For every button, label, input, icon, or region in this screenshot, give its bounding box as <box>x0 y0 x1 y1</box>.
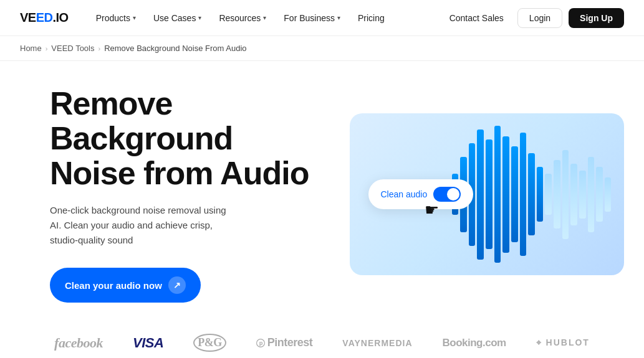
clean-audio-toggle: Clean audio <box>368 179 474 209</box>
nav-actions: Contact Sales Login Sign Up <box>442 8 624 28</box>
wave-bar <box>562 150 569 239</box>
nav-products[interactable]: Products ▾ <box>89 9 143 27</box>
login-button[interactable]: Login <box>517 8 562 28</box>
signup-button[interactable]: Sign Up <box>569 8 624 28</box>
hublot-logo: ⌖ HUBLOT <box>536 337 590 348</box>
logo[interactable]: VEED.IO <box>20 11 69 25</box>
wave-bar <box>520 133 527 256</box>
pg-logo: P&G <box>193 334 226 352</box>
breadcrumb-separator: › <box>99 45 101 52</box>
facebook-logo: facebook <box>54 335 103 351</box>
breadcrumb: Home › VEED Tools › Remove Background No… <box>0 36 644 61</box>
logos-bar: facebook VISA P&G p Pinterest VAYNERMEDI… <box>0 321 644 358</box>
cta-button[interactable]: Clean your audio now ↗ <box>50 268 201 303</box>
hero-right: Clean audio ☛ <box>349 113 624 275</box>
breadcrumb-home[interactable]: Home <box>20 44 42 53</box>
wave-bar <box>511 146 518 242</box>
nav-for-business-label: For Business <box>284 13 335 23</box>
toggle-switch[interactable] <box>433 187 461 202</box>
pinterest-logo: p Pinterest <box>256 336 313 349</box>
wave-bar <box>528 153 535 235</box>
wave-bar <box>570 164 577 225</box>
contact-sales-button[interactable]: Contact Sales <box>442 9 511 27</box>
breadcrumb-current: Remove Background Noise From Audio <box>104 44 246 53</box>
cta-label: Clean your audio now <box>65 280 162 291</box>
cursor-icon: ☛ <box>425 200 439 220</box>
visa-logo: VISA <box>133 335 163 351</box>
vaynermedia-logo: VAYNERMEDIA <box>342 338 412 348</box>
booking-logo: Booking.com <box>443 337 506 349</box>
hero-left: Remove Background Noise from Audio One-c… <box>50 86 312 303</box>
nav-use-cases-label: Use Cases <box>153 13 196 23</box>
wave-bar <box>502 136 509 253</box>
breadcrumb-tools[interactable]: VEED Tools <box>51 44 94 53</box>
wave-bar <box>579 171 586 219</box>
breadcrumb-separator: › <box>46 45 48 52</box>
wave-bar <box>486 139 493 249</box>
chevron-down-icon: ▾ <box>133 14 136 21</box>
wave-bar <box>554 160 560 228</box>
hero-section: Remove Background Noise from Audio One-c… <box>0 61 644 321</box>
wave-bar <box>477 130 484 260</box>
wave-bar <box>596 167 603 222</box>
wave-bar <box>537 167 544 222</box>
wave-bar <box>588 157 595 232</box>
nav-use-cases[interactable]: Use Cases ▾ <box>146 9 209 27</box>
toggle-knob <box>447 188 459 200</box>
hero-title: Remove Background Noise from Audio <box>50 86 312 191</box>
nav-products-label: Products <box>96 13 130 23</box>
wave-bar <box>494 126 501 263</box>
chevron-down-icon: ▾ <box>198 14 201 21</box>
nav-resources[interactable]: Resources ▾ <box>211 9 274 27</box>
hero-description: One-click background noise removal using… <box>50 203 237 248</box>
chevron-down-icon: ▾ <box>263 14 266 21</box>
nav-for-business[interactable]: For Business ▾ <box>276 9 348 27</box>
hero-illustration: Clean audio ☛ <box>350 113 624 275</box>
wave-bar <box>545 174 552 215</box>
svg-text:p: p <box>259 340 262 346</box>
chevron-down-icon: ▾ <box>337 14 340 21</box>
wave-bar <box>605 177 612 212</box>
nav-links: Products ▾ Use Cases ▾ Resources ▾ For B… <box>89 9 442 27</box>
nav-pricing[interactable]: Pricing <box>350 9 392 27</box>
nav-pricing-label: Pricing <box>358 13 385 23</box>
arrow-icon: ↗ <box>168 276 186 294</box>
nav-resources-label: Resources <box>219 13 261 23</box>
navbar: VEED.IO Products ▾ Use Cases ▾ Resources… <box>0 0 644 36</box>
clean-audio-label: Clean audio <box>381 189 428 199</box>
